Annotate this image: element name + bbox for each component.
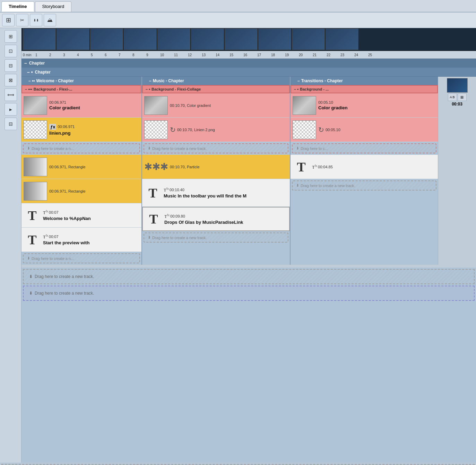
transitions-flexi-label: Background - ... <box>300 87 329 91</box>
tool-2[interactable]: ⊡ <box>5 45 17 57</box>
trans-fx-icon: 𝕋fx <box>312 164 317 170</box>
music-particle-time: 00:10.70, Particle <box>170 165 288 169</box>
welcome-gradient-info: 00:06.971 Color gradient <box>49 100 139 110</box>
trans-drag-zone-2[interactable]: ⬇ Drag here to create a new track. <box>292 180 436 191</box>
transitions-inner: – Transitions - Chapter – • Background -… <box>291 77 476 265</box>
music-text-1[interactable]: T 𝕋fx 00:10.40 Music In the toolbar you … <box>142 179 290 207</box>
music-linien-time: 00:10.70, Linien 2.png <box>177 128 215 132</box>
tool-cut-icon[interactable]: ✂ <box>16 14 28 26</box>
bottom-drag-1[interactable]: ⬇ Drag here to create a new track. <box>23 269 475 284</box>
transitions-chapter-label: Transitions - Chapter <box>301 78 343 83</box>
trans-gradient-name: Color gradien <box>318 105 436 110</box>
welcome-gradient-time: 00:06.971 <box>49 100 139 104</box>
trans-gradient-info: 00:05.10 Color gradien <box>318 100 436 110</box>
music-t-icon-1: T <box>144 186 162 200</box>
chapter-collapse-main[interactable]: – <box>24 60 27 66</box>
welcome-rect-2[interactable]: 00:06.971, Rectangle <box>21 179 141 203</box>
scroll-wrapper[interactable]: – Chapter – • Chapter – •• Welcome - Cha… <box>21 59 476 463</box>
mini-ab-button[interactable]: A B <box>448 93 457 101</box>
tool-5[interactable]: ⟺ <box>5 88 17 101</box>
welcome-linien-track[interactable]: ƒx 00:06.971 linien.png <box>21 118 141 142</box>
tool-7[interactable]: ⊟ <box>5 118 17 130</box>
ruler-label-1: 1 <box>35 53 37 57</box>
trans-gradient-track[interactable]: 00:05.10 Color gradien <box>291 93 438 118</box>
welcome-drag-zone-1[interactable]: ⬇ Drag here to create a n... <box>23 143 140 153</box>
welcome-rect-1[interactable]: 00:06.971, Rectangle <box>21 155 141 179</box>
music-text-1-time: 00:10.40 <box>170 188 184 192</box>
chapter-header-main: – Chapter <box>21 59 476 68</box>
left-tools-panel: ⊞ ⊡ ⊟ ⊠ ⟺ ▶ ⊟ <box>0 28 21 463</box>
tool-align-icon[interactable]: ⬇⬇ <box>30 14 42 26</box>
text-fx-2: 𝕋fx <box>43 234 48 239</box>
welcome-gradient-thumb <box>24 96 47 115</box>
ruler-label-4: 4 <box>77 53 79 57</box>
thumbnail-10 <box>326 28 358 50</box>
trans-text-fx[interactable]: T 𝕋fx 00:04.85 <box>291 155 438 179</box>
music-text-1-info: 𝕋fx 00:10.40 Music In the toolbar you wi… <box>164 187 288 198</box>
tool-4[interactable]: ⊠ <box>5 74 17 86</box>
welcome-text-2-info: 𝕋fx 00:07 Start the preview with <box>43 234 139 245</box>
trans-drag-zone-1[interactable]: ⬇ Drag here to c... <box>292 143 436 153</box>
music-text-1-name: Music In the toolbar you will find the M <box>164 193 288 198</box>
ruler-label-22: 22 <box>327 53 330 57</box>
welcome-gradient-track[interactable]: 00:06.971 Color gradient <box>21 93 141 118</box>
welcome-text-2-time: 00:07 <box>49 235 59 239</box>
bottom-drag-1-arrow: ⬇ <box>29 274 33 279</box>
mini-thumb-area: A B ⊞ 00:03 <box>447 78 468 107</box>
thumbnail-7 <box>225 28 258 50</box>
thumbnail-1 <box>23 28 56 50</box>
welcome-chapter-header: – •• Welcome - Chapter <box>21 77 141 85</box>
music-drag-zone-2[interactable]: ⬇ Drag here to create a new track. <box>144 232 288 243</box>
tab-storyboard[interactable]: Storyboard <box>35 1 72 12</box>
music-drag-zone-1[interactable]: ⬇ Drag here to create a new track. <box>144 143 288 153</box>
column-transitions: – Transitions - Chapter – • Background -… <box>291 77 476 265</box>
global-drag-row-1 <box>21 265 476 268</box>
tool-6[interactable]: ▶ <box>5 103 17 116</box>
ruler-label-20: 20 <box>299 53 303 57</box>
music-fx-2: 𝕋fx <box>164 213 170 219</box>
music-particle-info: 00:10.70, Particle <box>170 165 288 169</box>
ruler-label-23: 23 <box>340 53 344 57</box>
chapter-header-sub: – • Chapter <box>21 68 476 77</box>
trans-drag-label-1: Drag here to c... <box>301 146 328 151</box>
music-fx-1: 𝕋fx <box>164 187 169 193</box>
tool-select-icon[interactable]: ⊞ <box>2 14 15 26</box>
welcome-drag-zone-2[interactable]: ⬇ Drag here to create a n... <box>23 253 140 263</box>
welcome-rect-2-time: 00:06.971, Rectangle <box>49 189 139 193</box>
music-particle-track[interactable]: ✱✱✱ 00:10.70, Particle <box>142 155 290 179</box>
chapter-label-main: Chapter <box>29 61 45 66</box>
ruler-label-18: 18 <box>271 53 275 57</box>
timeline-area: 0 min 1 2 3 4 5 6 7 8 9 10 11 12 13 14 1… <box>21 28 476 463</box>
welcome-text-2[interactable]: T 𝕋fx 00:07 Start the preview with <box>21 228 141 252</box>
tab-timeline[interactable]: Timeline <box>1 1 34 12</box>
tool-3[interactable]: ⊟ <box>5 59 17 72</box>
tool-1[interactable]: ⊞ <box>5 30 17 43</box>
music-text-2[interactable]: T 𝕋fx 00:09.80 Drops Of Glas by MusicPar… <box>142 207 290 231</box>
transitions-chapter-header: – Transitions - Chapter <box>291 77 438 85</box>
welcome-text-2-name: Start the preview with <box>43 240 139 245</box>
chapter-label-sub: Chapter <box>35 70 51 75</box>
ruler-label-12: 12 <box>188 53 192 57</box>
welcome-flexi-header: – ••• Background - Flexi-... <box>21 85 141 93</box>
music-linien-track[interactable]: ↻ 00:10.70, Linien 2.png <box>142 118 290 142</box>
mini-grid-button[interactable]: ⊞ <box>458 93 467 101</box>
text-t-icon-2: T <box>24 233 41 246</box>
chapter-collapse-sub[interactable]: – • <box>27 69 33 75</box>
trans-loop-track[interactable]: ↻ 00:05.10 <box>291 118 438 142</box>
welcome-linien-info: ƒx 00:06.971 linien.png <box>49 124 139 136</box>
welcome-linien-name: linien.png <box>49 130 139 136</box>
welcome-rect-1-info: 00:06.971, Rectangle <box>49 165 139 169</box>
ruler-label-16: 16 <box>243 53 247 57</box>
music-gradient-track[interactable]: 00:10.70, Color gradient <box>142 93 290 118</box>
bottom-drag-1-label: Drag here to create a new track. <box>35 274 94 279</box>
trans-gradient-thumb <box>293 96 316 115</box>
toolbar: ⊞ ✂ ⬇⬇ ⛰ <box>0 12 476 28</box>
tool-split-icon[interactable]: ⛰ <box>44 14 56 26</box>
ruler-label-0: 0 min <box>23 53 31 57</box>
welcome-text-1[interactable]: T 𝕋fx 00:07 Welcome to %AppNan <box>21 203 141 228</box>
main-layout: ⊞ ⊡ ⊟ ⊠ ⟺ ▶ ⊟ 0 min 1 2 3 4 5 <box>0 28 476 463</box>
bottom-drag-2[interactable]: ⬇ Drag here to create a new track. <box>23 286 475 301</box>
right-drag-area <box>21 265 476 268</box>
music-flexi-label: Background - Flexi-Collage <box>152 87 201 91</box>
music-drag-label-1: Drag here to create a new track. <box>152 146 207 151</box>
